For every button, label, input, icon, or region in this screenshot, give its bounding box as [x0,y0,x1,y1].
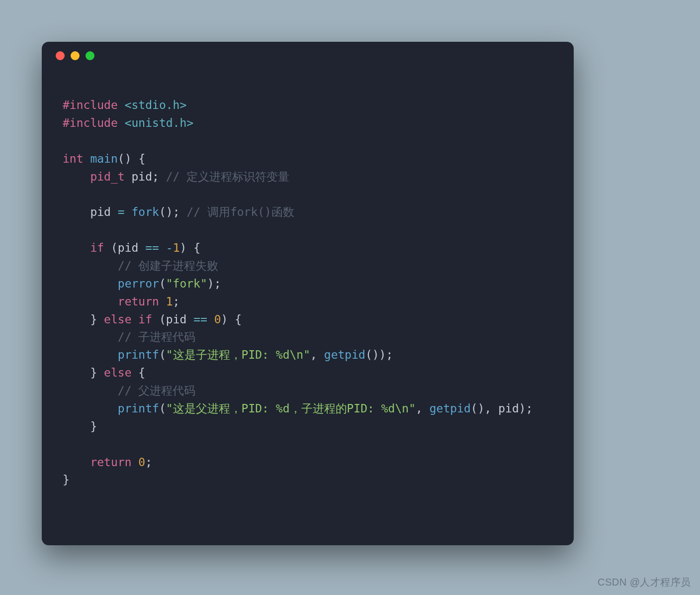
header-stdio: <stdio.h> [125,99,187,111]
semicolon: ; [152,170,159,183]
window-titlebar [42,42,574,70]
comma-1: , [310,348,317,361]
ident-pid-c1: pid [118,241,139,254]
paren-open-2: ( [159,205,166,218]
watermark-text: CSDN @人才程序员 [598,576,691,589]
paren-open: ( [118,152,125,165]
func-getpid-1: getpid [324,348,365,361]
type-pid-t: pid_t [90,170,124,183]
func-printf-2: printf [118,402,159,415]
op-eq-2: == [193,313,207,326]
semicolon-4: ; [173,295,180,308]
paren-close-5: ) [221,313,228,326]
brace-close-2: } [90,313,97,326]
comment-decl: // 定义进程标识符变量 [166,170,290,183]
brace-close-3: } [90,366,97,379]
kw-if-2: if [138,313,152,326]
brace-open-2: { [193,241,200,254]
semicolon-3: ; [214,277,221,290]
brace-close-4: } [90,420,97,433]
ident-pid-decl: pid [132,170,153,183]
ident-pid-assign: pid [90,205,111,218]
zoom-icon[interactable] [86,51,94,60]
paren-open-9: ( [471,402,478,415]
paren-close-6: ) [379,348,386,361]
op-eq-1: == [145,241,159,254]
code-window: #include <stdio.h> #include <unistd.h> i… [42,42,574,545]
paren-close-2: ) [166,205,173,218]
kw-else-1: else [104,313,131,326]
semicolon-2: ; [173,205,180,218]
semicolon-7: ; [145,456,152,469]
comma-3: , [485,402,492,415]
paren-open-6: ( [159,348,166,361]
semicolon-5: ; [386,348,393,361]
comment-parent: // 父进程代码 [118,384,196,397]
paren-close-4: ) [207,277,214,290]
comment-child: // 子进程代码 [118,330,196,343]
paren-close-8: ) [519,402,526,415]
ident-pid-arg: pid [498,402,519,415]
semicolon-6: ; [526,402,533,415]
paren-open-4: ( [159,277,166,290]
minimize-icon[interactable] [71,51,80,60]
paren-close-3: ) [180,241,187,254]
brace-open-4: { [138,366,145,379]
str-child: "这是子进程，PID: %d\n" [166,348,310,361]
op-neg: - [166,241,173,254]
num-1: 1 [173,241,180,254]
brace-close-main: } [63,473,70,486]
paren-open-5: ( [159,313,166,326]
paren-close-9: ) [478,402,485,415]
paren-open-7: ( [365,348,372,361]
str-parent: "这是父进程，PID: %d，子进程的PID: %d\n" [166,402,416,415]
func-getpid-2: getpid [430,402,471,415]
func-fork: fork [132,205,159,218]
paren-close: ) [125,152,132,165]
num-return-0: 0 [138,456,145,469]
kw-return-1: return [118,295,159,308]
kw-return-0: return [90,456,131,469]
num-0: 0 [214,313,221,326]
num-return-1: 1 [166,295,173,308]
brace-open-3: { [235,313,242,326]
ident-pid-c2: pid [166,313,187,326]
header-unistd: <unistd.h> [125,116,193,129]
func-perror: perror [118,277,159,290]
preproc-include-1: #include [63,99,118,111]
func-printf-1: printf [118,348,159,361]
paren-close-7: ) [372,348,379,361]
str-fork: "fork" [166,277,207,290]
func-main: main [90,152,117,165]
paren-open-3: ( [111,241,118,254]
comma-2: , [416,402,423,415]
preproc-include-2: #include [63,116,118,129]
paren-open-8: ( [159,402,166,415]
brace-open: { [138,152,145,165]
comment-fail: // 创建子进程失败 [118,259,219,272]
kw-int: int [63,152,84,165]
close-icon[interactable] [56,51,65,60]
comment-fork: // 调用fork()函数 [186,205,294,218]
code-block: #include <stdio.h> #include <unistd.h> i… [63,97,553,489]
kw-if-1: if [90,241,104,254]
kw-else-2: else [104,366,131,379]
op-assign: = [118,205,125,218]
